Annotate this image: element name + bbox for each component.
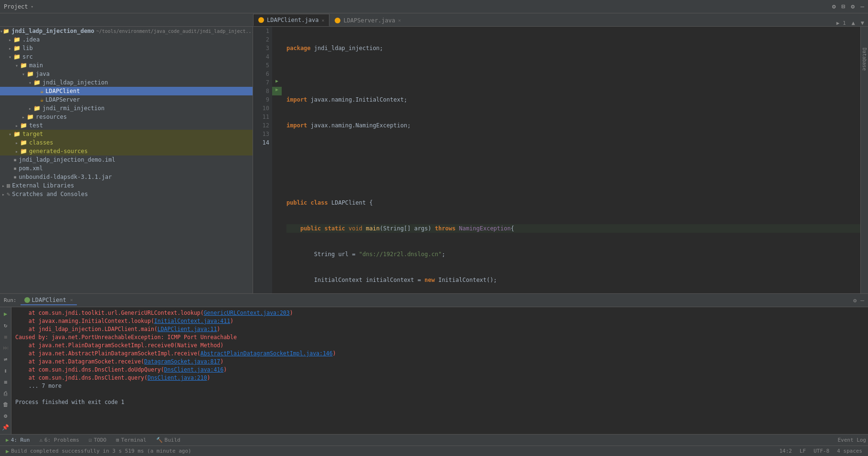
tab-ldapclient[interactable]: LDAPClient.java ✕ <box>253 14 329 26</box>
run-clear-btn[interactable]: 🗑 <box>1 400 11 410</box>
code-line-6 <box>286 173 860 181</box>
run-filter-btn[interactable]: ≡ <box>1 377 11 387</box>
event-log-btn[interactable]: Event Log <box>837 437 866 443</box>
sidebar-root[interactable]: ▾ 📁 jndi_ladp_injection_demo ~/tools/env… <box>0 27 253 35</box>
console-line-5: at java.net.PlainDatagramSocketImpl.rece… <box>15 342 864 350</box>
sidebar-item-ldapserver[interactable]: ▸ ☕ LDAPServer <box>0 95 253 104</box>
scratches-icon: ✎ <box>7 191 10 197</box>
jar-file-icon: ▪ <box>13 174 17 180</box>
ext-libs-icon: ▦ <box>7 182 10 189</box>
todo-btn[interactable]: ☑ TODO <box>85 436 110 444</box>
build-btn[interactable]: 🔨 Build <box>152 436 184 444</box>
ln-3: 3 <box>253 44 269 52</box>
project-dropdown-icon[interactable]: ▾ <box>31 4 33 9</box>
run-print-btn[interactable]: ⎙ <box>1 389 11 398</box>
sidebar-item-ldapclient[interactable]: ▸ ☕ LDAPClient <box>0 87 253 95</box>
status-run-icon: ▶ <box>6 448 9 455</box>
link-6[interactable]: AbstractPlainDatagramSocketImpl.java:146 <box>201 350 333 357</box>
run-btn-7[interactable]: ▶ <box>272 78 282 87</box>
sidebar-item-test[interactable]: ▸ 📁 test <box>0 121 253 130</box>
test-label: test <box>29 122 43 129</box>
tab-close-ldapclient[interactable]: ✕ <box>321 18 324 23</box>
status-indent: 4 spaces <box>837 448 862 454</box>
sidebar-item-jndi-ldap[interactable]: ▾ 📁 jndi_ldap_injection <box>0 78 253 87</box>
run-resume-btn[interactable]: ⏭ <box>1 343 11 352</box>
iml-label: jndi_ladp_injection_demo.iml <box>19 156 115 163</box>
scroll-down-icon[interactable]: ▼ <box>861 20 864 26</box>
sidebar-item-jar[interactable]: ▸ ▪ unboundid-ldapsdk-3.1.1.jar <box>0 173 253 181</box>
sidebar-item-iml[interactable]: ▸ ▪ jndi_ladp_injection_demo.iml <box>0 155 253 164</box>
run-tab-close[interactable]: ✕ <box>70 297 73 302</box>
build-label: Build <box>165 437 180 443</box>
link-8[interactable]: DnsClient.java:416 <box>164 366 224 373</box>
main-label: main <box>29 62 43 69</box>
console-output[interactable]: at com.sun.jndi.toolkit.url.GenericURLCo… <box>11 307 868 434</box>
config-icon[interactable]: ⚙ <box>851 3 855 10</box>
code-line-5 <box>286 147 860 155</box>
test-arrow: ▸ <box>13 123 20 128</box>
link-7[interactable]: DatagramSocket.java:817 <box>144 358 220 365</box>
run-settings-icon[interactable]: ⚙ <box>853 297 857 304</box>
sidebar-item-scratches[interactable]: ▸ ✎ Scratches and Consoles <box>0 190 253 198</box>
ln-9: 9 <box>253 95 269 104</box>
sidebar-item-external-libs[interactable]: ▸ ▦ External Libraries <box>0 181 253 190</box>
link-1[interactable]: GenericURLContext.java:203 <box>204 310 290 316</box>
run-minimize-icon[interactable]: — <box>860 297 864 304</box>
sidebar-item-main[interactable]: ▾ 📁 main <box>0 61 253 70</box>
src-folder-icon: 📁 <box>13 53 21 60</box>
run-tab-ldapclient[interactable]: LDAPClient ✕ <box>21 296 77 305</box>
link-3[interactable]: LDAPClient.java:11 <box>158 326 217 332</box>
problems-btn[interactable]: ⚠ 6: Problems <box>35 436 83 444</box>
code-line-7: public class LDAPClient { <box>286 198 860 207</box>
classes-label: classes <box>29 139 53 146</box>
tab-ldapserver[interactable]: LDAPServer.java ✕ <box>329 14 406 26</box>
sidebar-item-jndi-rmi[interactable]: ▸ 📁 jndi_rmi_injection <box>0 104 253 113</box>
split-icon[interactable]: ⊟ <box>842 3 846 10</box>
run-play-btn[interactable]: ▶ <box>1 309 11 319</box>
code-container[interactable]: 1 2 3 4 5 6 7 8 9 10 11 12 13 14 <box>253 27 860 293</box>
console-line-7: at java.net.DatagramSocket.receive(Datag… <box>15 358 864 366</box>
db-icon[interactable]: Database <box>861 46 868 73</box>
code-body[interactable]: package jndi_ldap_injection; import java… <box>282 27 860 293</box>
run-btn-bottom[interactable]: ▶ 4: Run <box>2 436 33 444</box>
ln-1: 1 <box>253 27 269 35</box>
sidebar-item-target[interactable]: ▾ 📁 target <box>0 130 253 138</box>
run-scroll-btn[interactable]: ↕ <box>1 366 11 375</box>
minimize-icon[interactable]: — <box>860 3 864 10</box>
sidebar-item-java[interactable]: ▾ 📁 java <box>0 70 253 78</box>
lib-arrow: ▸ <box>7 46 13 51</box>
terminal-btn[interactable]: ⊞ Terminal <box>112 436 150 444</box>
run-btn-8[interactable]: ▶ <box>272 87 282 95</box>
run-tab-bottom-label: 4: Run <box>11 437 30 443</box>
status-right: 14:2 LF UTF-8 4 spaces <box>779 448 862 454</box>
scroll-up-icon[interactable]: ▲ <box>852 20 855 26</box>
sidebar-item-lib[interactable]: ▸ 📁 lib <box>0 44 253 52</box>
link-2[interactable]: InitialContext.java:411 <box>154 318 230 324</box>
link-9[interactable]: DnsClient.java:210 <box>148 374 207 381</box>
console-line-4: Caused by: java.net.PortUnreachableExcep… <box>15 333 864 342</box>
ln-5: 5 <box>253 61 269 70</box>
sidebar-item-resources[interactable]: ▸ 📁 resources <box>0 113 253 121</box>
code-line-2 <box>286 70 860 78</box>
run-rerun-btn[interactable]: ↻ <box>1 321 11 330</box>
project-label[interactable]: Project <box>4 3 28 10</box>
sidebar-item-classes[interactable]: ▸ 📁 classes <box>0 138 253 147</box>
gutter-5 <box>272 61 282 70</box>
sidebar-root-label: jndi_ladp_injection_demo <box>11 28 94 34</box>
sidebar-item-pom[interactable]: ▸ ▪ pom.xml <box>0 164 253 173</box>
target-folder-icon: 📁 <box>13 131 21 137</box>
run-pin-btn[interactable]: 📌 <box>1 423 11 432</box>
settings-icon[interactable]: ⚙ <box>832 3 836 10</box>
sidebar-item-src[interactable]: ▾ 📁 src <box>0 52 253 61</box>
sidebar-item-generated-sources[interactable]: ▸ 📁 generated-sources <box>0 147 253 155</box>
main-arrow: ▾ <box>13 63 20 68</box>
sidebar-item-idea[interactable]: ▸ 📁 .idea <box>0 35 253 44</box>
run-settings-btn2[interactable]: ⚙ <box>1 411 11 421</box>
run-indicator: ▶ Build completed successfully in 3 s 51… <box>6 448 191 455</box>
run-stop-btn[interactable]: ◼ <box>1 332 11 342</box>
ldapserver-label: LDAPServer <box>45 96 80 103</box>
run-wrap-btn[interactable]: ⇌ <box>1 354 11 364</box>
ln-6: 6 <box>253 70 269 78</box>
tab-close-ldapserver[interactable]: ✕ <box>398 18 401 23</box>
line-numbers: 1 2 3 4 5 6 7 8 9 10 11 12 13 14 <box>253 27 272 293</box>
